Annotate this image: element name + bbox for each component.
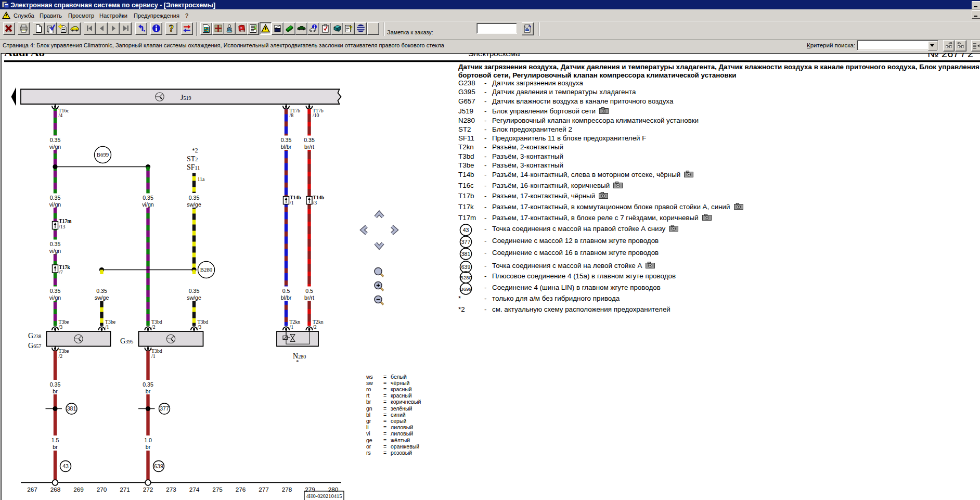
svg-text:sw/ge: sw/ge xyxy=(95,294,109,301)
svg-text:0.35: 0.35 xyxy=(143,195,153,201)
svg-text:чёрный: чёрный xyxy=(391,380,409,386)
svg-text:0.35: 0.35 xyxy=(143,381,153,388)
svg-text:синий: синий xyxy=(391,412,406,418)
svg-text:4H0-020210415: 4H0-020210415 xyxy=(306,493,342,499)
svg-text:G657: G657 xyxy=(28,342,41,350)
svg-text:br: br xyxy=(146,388,151,394)
svg-text:/13: /13 xyxy=(59,224,66,229)
svg-text:377: 377 xyxy=(461,239,471,245)
svg-text:gr: gr xyxy=(366,418,371,424)
svg-text:/3: /3 xyxy=(198,324,202,330)
svg-text:1.5: 1.5 xyxy=(51,437,59,443)
svg-text:белый: белый xyxy=(391,374,407,380)
svg-text:1.0: 1.0 xyxy=(144,437,152,443)
svg-text:br: br xyxy=(146,444,151,450)
svg-text:272: 272 xyxy=(143,486,153,493)
svg-text:лиловый: лиловый xyxy=(391,424,413,430)
svg-text:br/rt: br/rt xyxy=(304,144,314,150)
svg-text:T3be: T3be xyxy=(59,348,70,354)
svg-text:sw/ge: sw/ge xyxy=(187,201,201,208)
svg-text:=: = xyxy=(383,424,386,430)
svg-text:li: li xyxy=(366,424,369,430)
svg-text:=: = xyxy=(383,392,386,399)
svg-text:381: 381 xyxy=(461,251,471,257)
svg-text:B280: B280 xyxy=(460,275,471,280)
svg-text:rs: rs xyxy=(366,450,371,456)
svg-text:*: * xyxy=(296,358,299,365)
svg-text:=: = xyxy=(383,443,386,450)
svg-text:*2: *2 xyxy=(192,147,198,153)
svg-text:ge: ge xyxy=(366,437,372,443)
svg-text:rt: rt xyxy=(366,392,369,399)
svg-text:11a: 11a xyxy=(198,176,205,182)
svg-text:270: 270 xyxy=(97,486,107,493)
svg-text:bl/br: bl/br xyxy=(281,144,292,150)
svg-text:sw: sw xyxy=(366,380,373,386)
svg-text:/3: /3 xyxy=(59,324,63,330)
svg-text:bl: bl xyxy=(366,412,370,418)
svg-text:ro: ro xyxy=(366,386,371,392)
svg-text:=: = xyxy=(383,412,386,418)
svg-text:=: = xyxy=(383,418,386,424)
svg-text:J519: J519 xyxy=(180,94,191,101)
svg-text:0.35: 0.35 xyxy=(50,137,61,143)
svg-text:0.35: 0.35 xyxy=(50,381,61,388)
svg-text:639: 639 xyxy=(154,463,163,469)
svg-text:273: 273 xyxy=(166,486,176,493)
svg-text:G395: G395 xyxy=(120,337,133,345)
svg-text:br: br xyxy=(53,388,58,394)
svg-text:274: 274 xyxy=(189,486,200,493)
svg-text:vi/gn: vi/gn xyxy=(49,201,61,208)
svg-text:T17m: T17m xyxy=(59,218,72,224)
svg-text:B699: B699 xyxy=(460,286,471,292)
svg-text:0.35: 0.35 xyxy=(50,241,61,247)
svg-text:276: 276 xyxy=(236,486,246,493)
svg-text:/2: /2 xyxy=(313,324,317,330)
svg-text:оранжевый: оранжевый xyxy=(391,443,419,450)
svg-text:розовый: розовый xyxy=(391,450,412,456)
svg-text:N280: N280 xyxy=(293,352,306,360)
svg-text:/2: /2 xyxy=(151,324,156,330)
svg-text:n: n xyxy=(240,25,242,30)
svg-text:/4: /4 xyxy=(59,112,63,118)
svg-text:or: or xyxy=(366,443,371,450)
svg-text:0.35: 0.35 xyxy=(189,195,200,201)
svg-text:/1: /1 xyxy=(290,324,294,330)
svg-text:=: = xyxy=(383,399,386,405)
svg-text:0.35: 0.35 xyxy=(50,195,61,201)
svg-text:/2: /2 xyxy=(59,353,63,359)
svg-text:275: 275 xyxy=(212,486,223,493)
svg-text:vi/gn: vi/gn xyxy=(49,248,61,254)
svg-text:0.35: 0.35 xyxy=(96,288,107,294)
svg-text:=: = xyxy=(383,386,386,392)
svg-text:vi/gn: vi/gn xyxy=(49,294,61,301)
svg-text:коричневый: коричневый xyxy=(391,399,421,405)
svg-text:vi/gn: vi/gn xyxy=(49,144,61,150)
svg-text:377: 377 xyxy=(160,405,169,412)
svg-text:0.35: 0.35 xyxy=(50,288,61,294)
svg-text:43: 43 xyxy=(62,463,69,469)
svg-text:br/rt: br/rt xyxy=(304,294,314,301)
svg-text:зелёный: зелёный xyxy=(391,405,412,412)
svg-text:268: 268 xyxy=(50,486,61,493)
svg-text:=: = xyxy=(383,405,386,412)
svg-text:277: 277 xyxy=(259,486,269,493)
svg-text:ST2: ST2 xyxy=(187,155,198,163)
svg-text:0.35: 0.35 xyxy=(189,288,200,294)
svg-text:br: br xyxy=(366,399,371,405)
svg-text:sw/ge: sw/ge xyxy=(187,294,201,301)
svg-text:=: = xyxy=(383,380,386,386)
svg-text:/1: /1 xyxy=(151,353,156,359)
svg-text:/3: /3 xyxy=(313,200,317,206)
svg-text:T17k: T17k xyxy=(59,264,70,270)
svg-text:381: 381 xyxy=(67,405,76,412)
svg-text:T3bd: T3bd xyxy=(151,348,162,354)
svg-text:269: 269 xyxy=(73,486,84,493)
svg-text:SF11: SF11 xyxy=(187,163,200,171)
svg-text:=: = xyxy=(383,374,386,380)
svg-text:B699: B699 xyxy=(97,151,109,158)
svg-text:=: = xyxy=(383,450,386,456)
svg-text:лиловый: лиловый xyxy=(391,430,413,437)
svg-text:красный: красный xyxy=(391,386,412,392)
svg-text:278: 278 xyxy=(282,486,292,493)
